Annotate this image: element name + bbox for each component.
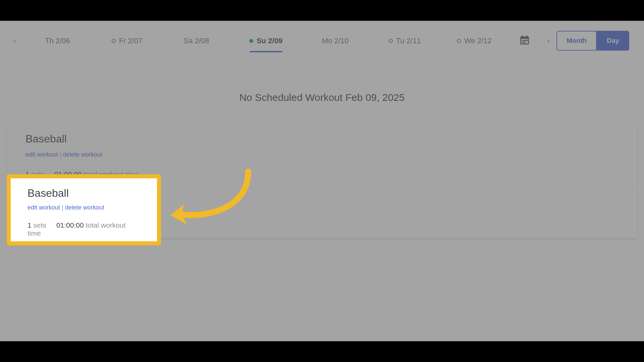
workout-duration: 01:00:00 <box>56 221 84 229</box>
workout-stats: 1 sets 01:00:00 total workout time <box>28 221 140 237</box>
day-tab[interactable]: We 2/12 <box>439 32 509 50</box>
sets-count: 1 <box>28 221 32 229</box>
calendar-icon <box>519 35 530 46</box>
open-calendar-button[interactable] <box>519 35 530 47</box>
day-tab[interactable]: Tu 2/11 <box>370 32 439 50</box>
status-dot-complete-icon <box>249 39 253 43</box>
status-dot-planned-icon <box>457 39 461 43</box>
day-tab-label: Su 2/09 <box>257 37 282 45</box>
workout-actions: edit workout | delete workout <box>25 151 619 158</box>
view-month-button[interactable]: Month <box>556 31 597 51</box>
edit-workout-link[interactable]: edit workout <box>28 204 60 211</box>
day-tab[interactable]: Mo 2/10 <box>301 32 370 50</box>
day-tab-label: Tu 2/11 <box>396 37 421 45</box>
day-tab-label: Mo 2/10 <box>322 37 349 45</box>
status-dot-planned-icon <box>112 39 116 43</box>
no-workout-headline: No Scheduled Workout Feb 09, 2025 <box>0 92 644 103</box>
workout-summary-highlight: Baseball edit workout | delete workout 1… <box>11 178 157 245</box>
day-tab[interactable]: Su 2/09 <box>231 32 301 50</box>
workout-actions: edit workout | delete workout <box>28 204 140 211</box>
delete-workout-link[interactable]: delete workout <box>65 204 104 211</box>
day-tab[interactable]: Fr 2/07 <box>92 32 162 50</box>
day-tab[interactable]: Sa 2/08 <box>162 32 231 50</box>
day-list: Th 2/06Fr 2/07Sa 2/08Su 2/09Mo 2/10Tu 2/… <box>23 32 509 50</box>
day-tab[interactable]: Th 2/06 <box>23 32 92 50</box>
day-tab-label: Fr 2/07 <box>119 37 143 45</box>
chevron-left-icon: ‹ <box>14 37 16 44</box>
workout-title: Baseball <box>25 133 619 145</box>
day-tab-label: We 2/12 <box>464 37 492 45</box>
highlight-callout: Baseball edit workout | delete workout 1… <box>7 174 161 245</box>
view-toggle: Month Day <box>556 31 629 51</box>
day-tab-label: Sa 2/08 <box>184 37 209 45</box>
action-separator: | <box>60 151 63 158</box>
next-week-button[interactable]: › <box>540 37 556 45</box>
view-day-button[interactable]: Day <box>597 31 629 51</box>
chevron-right-icon: › <box>547 37 550 44</box>
prev-week-button[interactable]: ‹ <box>7 37 23 45</box>
delete-workout-link[interactable]: delete workout <box>63 151 102 158</box>
workout-title: Baseball <box>28 187 140 199</box>
action-separator: | <box>62 204 65 211</box>
edit-workout-link[interactable]: edit workout <box>25 151 58 158</box>
status-dot-planned-icon <box>389 39 393 43</box>
day-navigator: ‹ Th 2/06Fr 2/07Sa 2/08Su 2/09Mo 2/10Tu … <box>0 21 644 61</box>
day-tab-label: Th 2/06 <box>45 37 70 45</box>
sets-label: sets <box>34 221 47 229</box>
